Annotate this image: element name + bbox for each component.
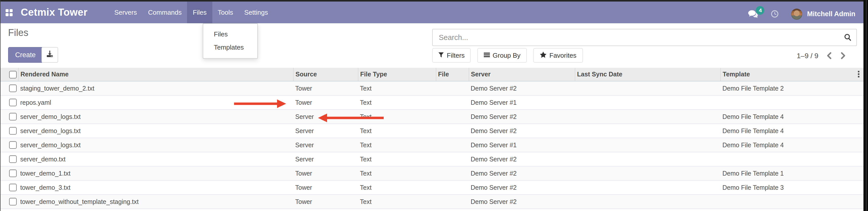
cell-file-type[interactable]: Text xyxy=(358,124,436,138)
cell-server[interactable]: Demo Server #2 xyxy=(469,180,575,194)
optional-columns-toggle[interactable] xyxy=(858,71,859,78)
cell-file[interactable] xyxy=(436,81,469,95)
cell-server[interactable]: Demo Server #2 xyxy=(469,152,575,166)
cell-rendered-name[interactable]: repos.yaml xyxy=(18,95,293,110)
cell-template[interactable]: Demo File Template 3 xyxy=(720,180,863,194)
row-checkbox[interactable] xyxy=(9,170,17,177)
menu-item-files[interactable]: Files xyxy=(187,2,212,23)
cell-rendered-name[interactable]: tower_demo_without_template_staging.txt xyxy=(18,194,293,209)
messages-button[interactable]: 4 xyxy=(748,10,758,18)
cell-rendered-name[interactable]: server_demo.txt xyxy=(18,152,293,166)
cell-file-type[interactable]: Text xyxy=(358,95,436,110)
cell-server[interactable]: Demo Server #1 xyxy=(469,138,575,152)
favorites-button[interactable]: Favorites xyxy=(533,48,583,63)
app-brand[interactable]: Cetmix Tower xyxy=(21,7,88,18)
cell-rendered-name[interactable]: server_demo_logs.txt xyxy=(18,138,293,152)
cell-file-type[interactable]: Text xyxy=(358,81,436,95)
cell-server[interactable]: Demo Server #2 xyxy=(469,166,575,180)
cell-server[interactable]: Demo Server #2 xyxy=(469,124,575,138)
filters-button[interactable]: Filters xyxy=(432,48,471,63)
row-checkbox[interactable] xyxy=(9,127,17,134)
search-icon[interactable] xyxy=(844,33,852,41)
cell-template[interactable] xyxy=(720,152,863,166)
cell-source[interactable]: Tower xyxy=(293,180,358,194)
cell-template[interactable]: Demo File Template 4 xyxy=(720,110,863,124)
cell-source[interactable]: Server xyxy=(293,124,358,138)
export-button[interactable] xyxy=(41,47,58,63)
cell-source[interactable]: Server xyxy=(293,110,358,124)
cell-file-type[interactable]: Text xyxy=(358,138,436,152)
cell-rendered-name[interactable]: server_demo_logs.txt xyxy=(18,110,293,124)
cell-last-sync-date[interactable] xyxy=(575,138,720,152)
cell-file[interactable] xyxy=(436,124,469,138)
column-header-template[interactable]: Template xyxy=(720,68,863,81)
cell-server[interactable]: Demo Server #1 xyxy=(469,95,575,110)
cell-last-sync-date[interactable] xyxy=(575,180,720,194)
menu-item-servers[interactable]: Servers xyxy=(109,2,143,23)
dropdown-item-templates[interactable]: Templates xyxy=(203,41,257,54)
cell-template[interactable]: Demo File Template 4 xyxy=(720,138,863,152)
cell-source[interactable]: Tower xyxy=(293,166,358,180)
cell-source[interactable]: Server xyxy=(293,138,358,152)
cell-file[interactable] xyxy=(436,152,469,166)
search-input[interactable] xyxy=(433,29,856,46)
cell-file-type[interactable]: Text xyxy=(358,194,436,209)
user-avatar[interactable] xyxy=(792,8,803,20)
group-by-button[interactable]: Group By xyxy=(477,48,527,63)
cell-rendered-name[interactable]: server_demo_logs.txt xyxy=(18,124,293,138)
cell-file[interactable] xyxy=(436,194,469,209)
cell-template[interactable] xyxy=(720,194,863,209)
cell-file[interactable] xyxy=(436,166,469,180)
cell-last-sync-date[interactable] xyxy=(575,166,720,180)
cell-file-type[interactable]: Text xyxy=(358,166,436,180)
cell-last-sync-date[interactable] xyxy=(575,81,720,95)
cell-template[interactable]: Demo File Template 2 xyxy=(720,81,863,95)
column-header-file[interactable]: File xyxy=(436,68,469,81)
select-all-checkbox[interactable] xyxy=(9,70,17,78)
cell-file-type[interactable]: Text xyxy=(358,152,436,166)
menu-item-settings[interactable]: Settings xyxy=(239,2,274,23)
cell-file[interactable] xyxy=(436,180,469,194)
cell-last-sync-date[interactable] xyxy=(575,124,720,138)
cell-server[interactable]: Demo Server #2 xyxy=(469,110,575,124)
row-checkbox[interactable] xyxy=(9,141,17,149)
cell-rendered-name[interactable]: tower_demo_1.txt xyxy=(18,166,293,180)
cell-rendered-name[interactable]: staging_tower_demo_2.txt xyxy=(18,81,293,95)
user-menu[interactable]: Mitchell Admin xyxy=(807,10,855,18)
cell-source[interactable]: Tower xyxy=(293,81,358,95)
create-button[interactable]: Create xyxy=(8,47,43,63)
column-header-last-sync-date[interactable]: Last Sync Date xyxy=(575,68,720,81)
column-header-rendered-name[interactable]: Rendered Name xyxy=(18,68,293,81)
cell-source[interactable]: Tower xyxy=(293,194,358,209)
row-checkbox[interactable] xyxy=(9,155,17,163)
cell-template[interactable]: Demo File Template 4 xyxy=(720,124,863,138)
cell-file[interactable] xyxy=(436,110,469,124)
cell-source[interactable]: Tower xyxy=(293,95,358,110)
row-checkbox[interactable] xyxy=(9,198,17,205)
cell-file[interactable] xyxy=(436,95,469,110)
cell-last-sync-date[interactable] xyxy=(575,110,720,124)
cell-template[interactable]: Demo File Template 1 xyxy=(720,166,863,180)
cell-rendered-name[interactable]: tower_demo_3.txt xyxy=(18,180,293,194)
column-header-server[interactable]: Server xyxy=(469,68,575,81)
cell-file[interactable] xyxy=(436,138,469,152)
cell-last-sync-date[interactable] xyxy=(575,95,720,110)
pager-next-button[interactable] xyxy=(841,51,847,59)
cell-last-sync-date[interactable] xyxy=(575,194,720,209)
menu-item-tools[interactable]: Tools xyxy=(212,2,239,23)
row-checkbox[interactable] xyxy=(9,85,17,92)
cell-file-type[interactable]: Text xyxy=(358,180,436,194)
cell-source[interactable]: Server xyxy=(293,152,358,166)
cell-server[interactable]: Demo Server #2 xyxy=(469,81,575,95)
cell-file-type[interactable]: Text xyxy=(358,110,436,124)
pager-previous-button[interactable] xyxy=(827,51,833,59)
apps-grid-icon[interactable] xyxy=(6,9,13,16)
activities-button[interactable] xyxy=(771,10,779,18)
row-checkbox[interactable] xyxy=(9,184,17,191)
cell-last-sync-date[interactable] xyxy=(575,152,720,166)
cell-template[interactable] xyxy=(720,95,863,110)
dropdown-item-files[interactable]: Files xyxy=(203,28,257,41)
menu-item-commands[interactable]: Commands xyxy=(143,2,187,23)
column-header-file-type[interactable]: File Type xyxy=(358,68,436,81)
column-header-source[interactable]: Source xyxy=(293,68,358,81)
